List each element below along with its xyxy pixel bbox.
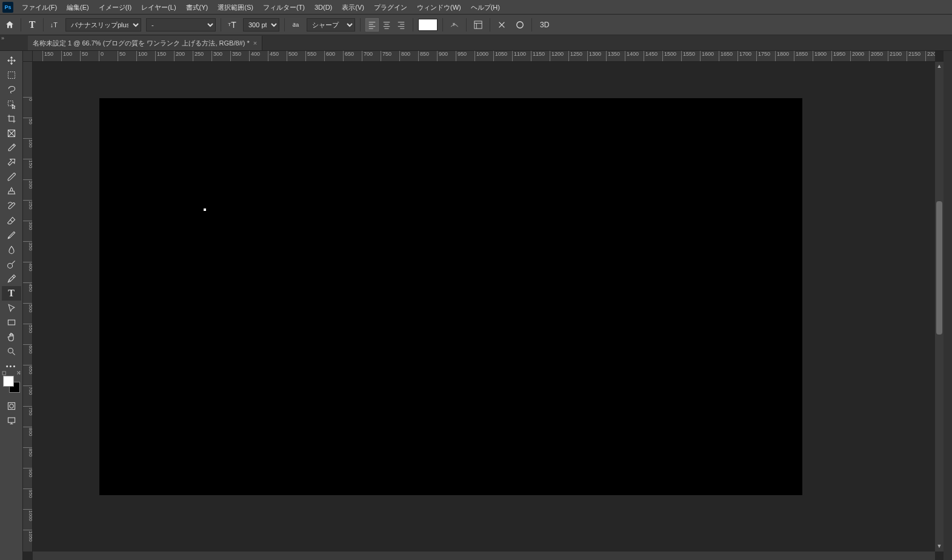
ruler-h-tick: 1100: [512, 51, 526, 62]
ruler-h-tick: 1000: [474, 51, 488, 62]
ruler-origin[interactable]: [23, 51, 33, 62]
home-button[interactable]: [4, 19, 16, 31]
ruler-h-tick: 300: [211, 51, 222, 62]
font-style-select[interactable]: -: [146, 18, 216, 32]
ruler-h-tick: 550: [305, 51, 316, 62]
history-brush-tool[interactable]: [2, 199, 21, 213]
document-tab[interactable]: 名称未設定 1 @ 66.7% (ブログの質を ワンランク 上げる方法, RGB…: [28, 36, 262, 50]
character-panel-button[interactable]: [471, 18, 485, 32]
horizontal-scrollbar[interactable]: [33, 552, 935, 560]
ruler-v-tick: 700: [23, 385, 33, 395]
ruler-h-tick: 100: [61, 51, 72, 62]
text-color-swatch[interactable]: [418, 19, 438, 31]
swap-colors-icon[interactable]: ⤭: [16, 370, 21, 376]
text-orientation-toggle[interactable]: ↓T: [48, 19, 61, 31]
scroll-thumb[interactable]: [936, 201, 942, 335]
menu-bar: Ps ファイル(F) 編集(E) イメージ(I) レイヤー(L) 書式(Y) 選…: [0, 0, 952, 15]
type-tool[interactable]: T: [2, 286, 21, 301]
app-logo[interactable]: Ps: [2, 2, 13, 13]
font-family-select[interactable]: バナナスリップplus: [65, 18, 141, 32]
type-tool-preset-icon[interactable]: T: [26, 19, 38, 31]
ruler-h-tick: 50: [118, 51, 125, 62]
healing-tool[interactable]: [2, 155, 21, 170]
align-left-button[interactable]: [365, 18, 379, 32]
blur-tool[interactable]: [2, 242, 21, 257]
clone-stamp-tool[interactable]: [2, 184, 21, 199]
ruler-h-tick: 750: [381, 51, 391, 62]
3d-button[interactable]: 3D: [537, 18, 552, 32]
svg-text:↓T: ↓T: [50, 21, 58, 28]
ruler-h-tick: 250: [193, 51, 204, 62]
menu-filter[interactable]: フィルター(T): [258, 0, 310, 15]
ruler-v-tick: 300: [23, 221, 33, 230]
font-size-select[interactable]: 300 pt: [243, 18, 279, 32]
cancel-button[interactable]: [495, 18, 508, 32]
warp-text-button[interactable]: T: [448, 18, 461, 32]
path-select-tool[interactable]: [2, 301, 21, 315]
color-swatches[interactable]: ◻ ⤭: [3, 376, 20, 393]
ruler-h-tick: 900: [437, 51, 448, 62]
screen-mode-button[interactable]: [2, 413, 21, 428]
right-panel-strip[interactable]: [944, 51, 952, 560]
crop-tool[interactable]: [2, 112, 21, 126]
canvas-viewport[interactable]: [33, 62, 935, 552]
ruler-h-tick: 1800: [775, 51, 789, 62]
text-cursor[interactable]: [204, 208, 206, 211]
menu-window[interactable]: ウィンドウ(W): [412, 0, 466, 15]
menu-layer[interactable]: レイヤー(L): [136, 0, 181, 15]
move-tool[interactable]: [2, 53, 21, 68]
ruler-h-tick: 1450: [644, 51, 657, 62]
ruler-v-tick: 200: [23, 179, 33, 188]
default-colors-icon[interactable]: ◻: [2, 370, 6, 376]
eyedropper-tool[interactable]: [2, 141, 21, 155]
ruler-h-tick: 200: [174, 51, 185, 62]
foreground-color[interactable]: [3, 376, 14, 387]
vertical-ruler[interactable]: 0501001502002503003504004505005506006507…: [23, 62, 33, 552]
menu-type[interactable]: 書式(Y): [181, 0, 213, 15]
antialias-icon: aa: [290, 19, 302, 31]
menu-help[interactable]: ヘルプ(H): [466, 0, 505, 15]
gradient-tool[interactable]: [2, 228, 21, 242]
scroll-up-arrow[interactable]: ▲: [936, 63, 942, 70]
frame-tool[interactable]: [2, 126, 21, 141]
eraser-tool[interactable]: [2, 213, 21, 228]
tab-close-icon[interactable]: ×: [253, 39, 257, 47]
antialias-select[interactable]: シャープ: [307, 18, 355, 32]
pen-tool[interactable]: [2, 272, 21, 286]
marquee-tool[interactable]: [2, 68, 21, 82]
ruler-h-tick: 1950: [831, 51, 845, 62]
rectangle-tool[interactable]: [2, 315, 21, 330]
scroll-down-arrow[interactable]: ▼: [936, 543, 942, 550]
menu-view[interactable]: 表示(V): [337, 0, 369, 15]
brush-tool[interactable]: [2, 170, 21, 184]
menu-edit[interactable]: 編集(E): [62, 0, 94, 15]
lasso-tool[interactable]: [2, 82, 21, 97]
quick-mask-button[interactable]: [2, 399, 21, 413]
menu-image[interactable]: イメージ(I): [94, 0, 136, 15]
ruler-v-tick: 400: [23, 262, 33, 271]
document-canvas[interactable]: [99, 98, 802, 495]
panel-toggle-icon[interactable]: »: [1, 35, 4, 41]
hand-tool[interactable]: [2, 330, 21, 344]
menu-3d[interactable]: 3D(D): [310, 0, 337, 15]
ruler-v-tick: 550: [23, 324, 33, 333]
svg-rect-4: [8, 72, 15, 78]
menu-plugin[interactable]: プラグイン: [369, 0, 412, 15]
menu-file[interactable]: ファイル(F): [17, 0, 62, 15]
align-right-button[interactable]: [394, 18, 408, 32]
canvas-stage: 1501005005010015020025030035040045050055…: [23, 51, 944, 560]
font-size-icon: TT: [226, 19, 238, 31]
vertical-scrollbar[interactable]: ▲ ▼: [935, 62, 944, 552]
commit-button[interactable]: [513, 18, 527, 32]
ruler-h-tick: 950: [456, 51, 467, 62]
ruler-v-tick: 950: [23, 488, 33, 498]
align-center-button[interactable]: [380, 18, 393, 32]
ruler-h-tick: 800: [399, 51, 410, 62]
ruler-v-tick: 750: [23, 406, 33, 415]
horizontal-ruler[interactable]: 1501005005010015020025030035040045050055…: [33, 51, 935, 62]
menu-select[interactable]: 選択範囲(S): [213, 0, 258, 15]
zoom-tool[interactable]: [2, 344, 21, 359]
dodge-tool[interactable]: [2, 257, 21, 272]
object-select-tool[interactable]: [2, 97, 21, 112]
ruler-h-tick: 2150: [907, 51, 920, 62]
